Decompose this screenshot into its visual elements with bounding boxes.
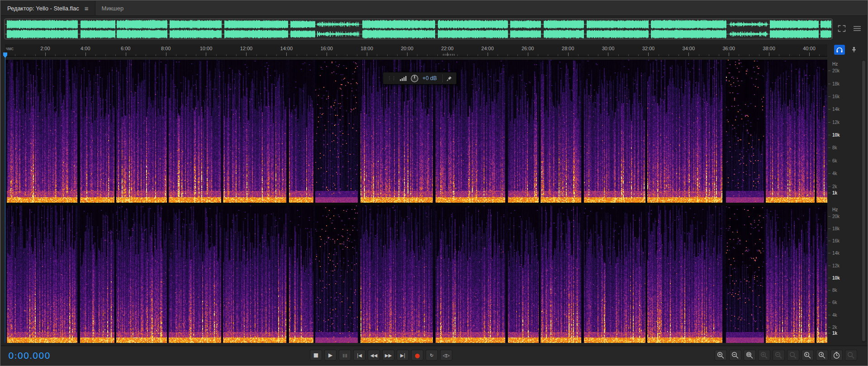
move-to-next-button[interactable]: ▶| <box>397 350 409 361</box>
waveform-overview[interactable] <box>4 19 833 39</box>
zoom-in-at-in-point-icon <box>804 352 811 359</box>
zoom-reset-button[interactable] <box>787 350 799 361</box>
timeline-tick-minor <box>578 54 579 56</box>
play-button[interactable]: ▶ <box>324 350 337 361</box>
frequency-tick <box>828 147 830 148</box>
frequency-label: 1k <box>832 331 837 336</box>
volume-hud[interactable]: ⋮⋮ +0 dB <box>383 72 457 85</box>
timeline-tick-minor <box>156 54 156 56</box>
timeline-tick-label: 34:00 <box>683 46 695 51</box>
playhead-marker[interactable] <box>3 52 7 58</box>
timeline-tick-major <box>447 52 448 56</box>
vertical-scrollbar[interactable] <box>862 60 866 343</box>
frequency-label: 16k <box>832 238 840 243</box>
timeline-tick-minor <box>307 54 307 56</box>
timeline-tick-minor <box>699 54 699 56</box>
timeline-tick-minor <box>226 54 227 56</box>
frequency-tick <box>828 290 830 290</box>
timeline-tick-minor <box>276 54 277 56</box>
timed-record-button[interactable] <box>830 350 843 361</box>
timeline-tick-major <box>206 52 206 56</box>
loop-playback-button[interactable]: ↻ <box>426 350 438 361</box>
frequency-tick <box>828 193 830 193</box>
spectrogram-canvas-right[interactable] <box>5 205 827 343</box>
monitor-button[interactable] <box>834 45 845 55</box>
vertical-scrollbar-handle[interactable] <box>862 61 865 341</box>
zoom-in-amplitude-button[interactable] <box>758 350 770 361</box>
frequency-tick <box>828 315 830 315</box>
stop-button[interactable]: ■ <box>310 350 322 361</box>
zoom-controls <box>715 350 857 361</box>
timeline-tick-minor <box>779 54 779 56</box>
volume-knob[interactable] <box>410 74 419 83</box>
ruler-grip[interactable] <box>443 54 455 56</box>
zoom-out-full-button[interactable] <box>845 350 857 361</box>
timeline-tick-minor <box>427 54 427 56</box>
timeline-tick-minor <box>256 54 257 56</box>
zoom-in-at-out-point-button[interactable] <box>816 350 828 361</box>
zoom-in-button[interactable] <box>715 350 727 361</box>
time-display[interactable]: 0:00.000 <box>8 350 50 361</box>
frequency-label: 6k <box>832 300 837 305</box>
timeline-unit-label: чмс <box>6 46 14 51</box>
gain-value[interactable]: +0 dB <box>422 75 437 81</box>
move-to-next-icon: ▶| <box>400 353 405 358</box>
fast-forward-button[interactable]: ▶▶ <box>382 350 394 361</box>
timeline-tick-label: 6:00 <box>121 46 130 51</box>
timeline-tick-label: 28:00 <box>562 46 574 51</box>
zoom-to-selection-icon <box>746 352 754 359</box>
zoom-in-at-in-point-button[interactable] <box>802 350 814 361</box>
overview-waveform-canvas[interactable] <box>5 19 832 39</box>
frequency-tick <box>828 302 830 303</box>
frequency-tick <box>828 228 830 229</box>
timeline-tick-label: 20:00 <box>401 46 413 51</box>
panel-menu-icon[interactable]: ≡ <box>85 5 89 12</box>
timeline-tick-label: 12:00 <box>240 46 253 51</box>
timeline-tick-label: 4:00 <box>81 46 90 51</box>
hud-divider <box>442 74 443 82</box>
timeline-tick-label: 36:00 <box>722 46 735 51</box>
tab-editor[interactable]: Редактор: Yello - Stella.flac ≡ <box>1 1 95 15</box>
spectrogram-right-channel[interactable] <box>5 205 827 343</box>
pause-icon: ▮▮ <box>342 353 347 358</box>
zoom-out-amplitude-button[interactable] <box>773 350 785 361</box>
skip-selection-button[interactable]: ◁▷ <box>440 350 452 361</box>
timeline-tick-minor <box>638 54 639 56</box>
audition-window: Редактор: Yello - Stella.flac ≡ Микшер <box>0 0 868 366</box>
timeline-tick-label: 38:00 <box>763 46 775 51</box>
fit-view-button[interactable] <box>836 23 847 34</box>
frequency-tick <box>828 84 830 84</box>
timeline-tick-major <box>528 52 528 56</box>
level-meter-icon <box>400 76 407 81</box>
timeline-tick-minor <box>176 54 176 56</box>
timeline-tick-major <box>488 52 488 56</box>
timeline-tick-major <box>367 52 367 56</box>
frequency-label: 14k <box>832 251 840 256</box>
zoom-out-button[interactable] <box>729 350 741 361</box>
tab-mixer[interactable]: Микшер <box>95 1 130 15</box>
timeline-tick-minor <box>457 54 458 56</box>
hud-pin-icon[interactable] <box>446 76 452 81</box>
timeline-tick-minor <box>297 54 297 56</box>
timeline-tick-minor <box>397 54 398 56</box>
pause-button[interactable]: ▮▮ <box>339 350 351 361</box>
frequency-tick <box>828 253 830 253</box>
zoom-out-icon <box>731 352 739 359</box>
timeline-tick-minor <box>347 54 347 56</box>
timeline-tick-major <box>286 52 287 56</box>
zoom-out-amplitude-icon <box>775 352 783 359</box>
move-to-previous-button[interactable]: |◀ <box>353 350 365 361</box>
frequency-label: 4k <box>832 312 837 317</box>
timeline-tick-minor <box>146 54 146 56</box>
timeline-tick-minor <box>467 54 468 56</box>
zoom-to-selection-button[interactable] <box>744 350 756 361</box>
timeline-ruler[interactable]: чмс 2:004:006:008:0010:0012:0014:0016:00… <box>5 44 827 57</box>
snap-pin-button[interactable] <box>849 45 859 55</box>
frequency-tick <box>828 186 830 187</box>
play-icon: ▶ <box>328 352 332 358</box>
rewind-button[interactable]: ◀◀ <box>368 350 380 361</box>
hud-grip-icon[interactable]: ⋮⋮ <box>387 76 396 81</box>
frequency-label: 18k <box>832 81 840 86</box>
panel-options-button[interactable] <box>852 23 863 34</box>
record-button[interactable]: ● <box>411 350 423 361</box>
